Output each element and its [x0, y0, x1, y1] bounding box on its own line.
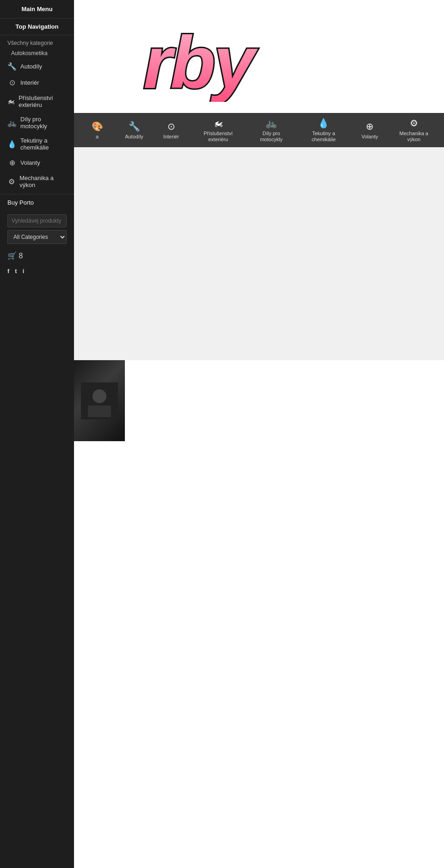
sidebar-search-area: All Categories: [0, 211, 74, 248]
top-nav-icon-interiér: ⊙: [167, 121, 175, 132]
wheel-icon: ⊕: [7, 158, 17, 167]
sidebar-section-label: Všechny kategorie: [0, 35, 74, 48]
search-input[interactable]: [7, 214, 67, 227]
sidebar-item-autokosmetika[interactable]: Autokosmetika: [0, 48, 74, 58]
cart-icon: 🛒: [7, 252, 17, 260]
sidebar-item-tekutiny[interactable]: 💧 Tekutiny a chemikálie: [0, 133, 74, 155]
sidebar-item-mechanika[interactable]: ⚙ Mechanika a výkon: [0, 171, 74, 192]
main-content: rby 🎨 a 🔧 Autodíly ⊙ Interiér 🏍 Přísluše…: [74, 0, 444, 868]
sidebar-social: f t i: [0, 264, 74, 278]
sidebar-item-volanty[interactable]: ⊕ Volanty: [0, 155, 74, 171]
sidebar-main-menu[interactable]: Main Menu: [0, 0, 74, 19]
top-nav-icon-autodily: 🔧: [129, 121, 140, 132]
top-nav-label-tekutiny: Tekutiny a chemikálie: [302, 131, 345, 143]
sidebar-item-motocykly[interactable]: 🚲 Díly pro motocykly: [0, 112, 74, 133]
facebook-link[interactable]: f: [7, 268, 9, 275]
liquid-icon: 💧: [7, 140, 17, 149]
top-nav-label: Top Navigation: [16, 23, 59, 30]
top-nav-item-motocykly[interactable]: 🚲 Díly pro motocykly: [247, 113, 296, 147]
top-nav-item-mechanika[interactable]: ⚙ Mechanika a výkon: [388, 113, 439, 147]
top-nav-icon-tekutiny: 💧: [318, 118, 329, 129]
logo-svg: rby: [139, 9, 379, 102]
top-nav-label-volanty: Volanty: [362, 134, 378, 140]
twitter-link[interactable]: t: [15, 268, 17, 275]
top-nav-icon-prislusenstvi: 🏍: [214, 118, 223, 129]
top-nav-label-prislusenstvi: Příslušenství exteriéru: [196, 131, 240, 143]
svg-rect-3: [88, 406, 111, 417]
sidebar-item-interiér[interactable]: ⊙ Interiér: [0, 75, 74, 91]
exterior-icon: 🏍: [7, 97, 15, 106]
page-content-area: [74, 147, 444, 360]
sidebar-top-nav[interactable]: Top Navigation: [0, 19, 74, 35]
top-nav-icon-volanty: ⊕: [366, 121, 374, 132]
top-nav-icon-mechanika: ⚙: [410, 118, 418, 129]
top-nav-item-prislusenstvi[interactable]: 🏍 Příslušenství exteriéru: [190, 113, 247, 147]
instagram-link[interactable]: i: [23, 268, 25, 275]
sidebar-item-autodily[interactable]: 🔧 Autodíly: [0, 58, 74, 75]
svg-text:rby: rby: [143, 21, 258, 102]
top-nav-label-motocykly: Díly pro motocykly: [253, 131, 290, 143]
sidebar-item-prislusenstvi[interactable]: 🏍 Příslušenství exteriéru: [0, 91, 74, 112]
top-nav-label-interiér: Interiér: [163, 134, 179, 140]
moto-icon: 🚲: [7, 119, 17, 127]
top-nav-bar: 🎨 a 🔧 Autodíly ⊙ Interiér 🏍 Příslušenstv…: [74, 113, 444, 147]
sidebar-buy-porto[interactable]: Buy Porto: [0, 194, 74, 211]
sidebar: Main Menu Top Navigation Všechny kategor…: [0, 0, 74, 868]
main-menu-label: Main Menu: [21, 6, 52, 12]
wrench-icon: 🔧: [7, 62, 17, 71]
white-space-content: [74, 441, 444, 788]
engine-icon: ⚙: [7, 177, 16, 186]
categories-select[interactable]: All Categories: [7, 230, 67, 244]
thumbnail-image: [81, 382, 118, 419]
top-nav-item-volanty[interactable]: ⊕ Volanty: [352, 116, 388, 144]
top-nav-label-mechanika: Mechanika a výkon: [395, 131, 433, 143]
top-nav-label-autodily: Autodíly: [125, 134, 143, 140]
top-nav-item-interiér[interactable]: ⊙ Interiér: [153, 116, 190, 144]
top-nav-item-autodily[interactable]: 🔧 Autodíly: [116, 116, 153, 144]
cart-count: 8: [18, 252, 23, 260]
top-nav-item-autokosmetika[interactable]: 🎨 a: [79, 116, 116, 144]
top-nav-label-autokosmetika: a: [96, 134, 99, 140]
interior-icon: ⊙: [7, 78, 17, 87]
top-nav-item-tekutiny[interactable]: 💧 Tekutiny a chemikálie: [296, 113, 352, 147]
dark-thumbnail: [74, 360, 125, 441]
top-nav-icon-motocykly: 🚲: [265, 118, 277, 129]
top-nav-icon-autokosmetika: 🎨: [92, 121, 103, 132]
logo-area: rby: [74, 0, 444, 113]
sidebar-cart[interactable]: 🛒 8: [0, 248, 74, 264]
svg-point-2: [92, 389, 106, 403]
